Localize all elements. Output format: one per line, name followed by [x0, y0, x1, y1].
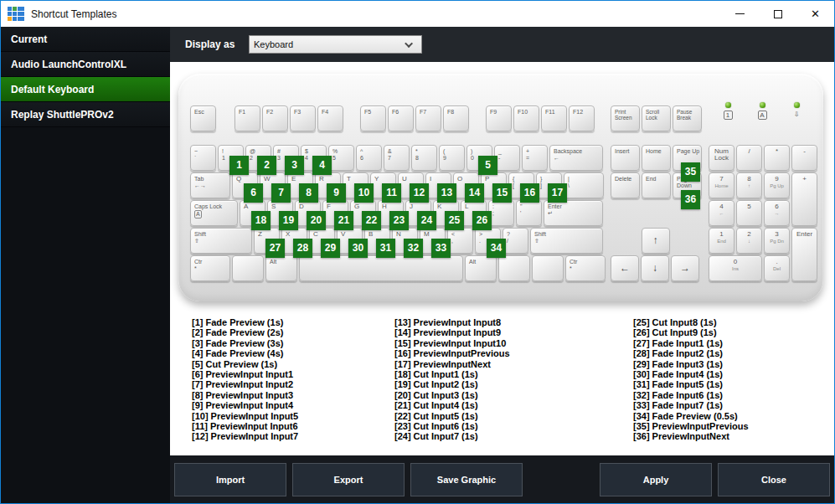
- key-f2[interactable]: F2: [262, 105, 288, 131]
- key-e[interactable]: E8: [287, 172, 313, 198]
- key-7[interactable]: &7: [384, 145, 410, 171]
- key-3[interactable]: #33: [273, 145, 299, 171]
- key-tab[interactable]: Tab←→: [190, 172, 230, 198]
- key-blank[interactable]: -: [791, 145, 817, 171]
- key-0[interactable]: )05: [466, 145, 492, 171]
- key-f9[interactable]: F9: [486, 105, 512, 131]
- key-alt[interactable]: Alt: [465, 255, 497, 281]
- key-8[interactable]: *8: [411, 145, 437, 171]
- key-ctr[interactable]: Ctr*: [190, 255, 230, 281]
- key-f5[interactable]: F5: [360, 105, 386, 131]
- close-button[interactable]: ✕: [796, 1, 834, 27]
- minimize-button[interactable]: [721, 1, 759, 27]
- key-blank[interactable]: [532, 255, 564, 281]
- key-g[interactable]: G22: [350, 200, 376, 226]
- key-ctr[interactable]: Ctr*: [565, 255, 606, 281]
- key-5[interactable]: %5: [328, 145, 354, 171]
- key-h[interactable]: H23: [378, 200, 404, 226]
- key-blank[interactable]: +: [791, 172, 817, 226]
- key-blank[interactable]: :;: [488, 200, 514, 226]
- key-arrow-up[interactable]: ↑: [642, 228, 670, 254]
- export-button[interactable]: Export: [292, 463, 405, 496]
- key-blank[interactable]: >.34: [475, 228, 501, 254]
- key-enter[interactable]: Enter: [791, 228, 817, 281]
- key-f[interactable]: F21: [322, 200, 348, 226]
- key-enter[interactable]: Enter↵: [544, 200, 603, 226]
- key-f3[interactable]: F3: [290, 105, 316, 131]
- key-blank[interactable]: <,: [447, 228, 473, 254]
- key-8[interactable]: 8↑: [736, 172, 762, 198]
- maximize-button[interactable]: [759, 1, 796, 27]
- key-blank[interactable]: _-: [494, 145, 520, 171]
- key-num-lock[interactable]: Num Lock: [709, 145, 734, 171]
- key-shift[interactable]: Shift⇧: [530, 228, 603, 254]
- key-v[interactable]: V30: [337, 228, 363, 254]
- key-2[interactable]: 2↓: [736, 228, 762, 254]
- key-blank[interactable]: /: [736, 145, 762, 171]
- key-blank[interactable]: [498, 255, 530, 281]
- key-f1[interactable]: F1: [235, 105, 260, 131]
- key-9[interactable]: 9Pg Up: [764, 172, 790, 198]
- key-p[interactable]: P15: [481, 172, 507, 198]
- key-7[interactable]: 7Home: [709, 172, 734, 198]
- key-r[interactable]: R9: [315, 172, 341, 198]
- sidebar-item-default-keyboard[interactable]: Default Keyboard: [1, 77, 170, 102]
- key-6[interactable]: 6→: [764, 200, 790, 226]
- key-arrow-down[interactable]: ↓: [641, 255, 669, 281]
- key-o[interactable]: O14: [453, 172, 479, 198]
- key-arrow-left[interactable]: ←: [611, 255, 639, 281]
- key-blank[interactable]: ~`: [190, 145, 216, 171]
- key-b[interactable]: B31: [364, 228, 390, 254]
- sidebar-item-audio-launchcontrolxl[interactable]: Audio LaunchControlXL: [1, 52, 170, 77]
- key-home[interactable]: Home: [642, 145, 671, 171]
- key-blank[interactable]: [299, 255, 463, 281]
- key-4[interactable]: $44: [301, 145, 327, 171]
- key-1[interactable]: 1End: [709, 228, 734, 254]
- key-f6[interactable]: F6: [388, 105, 414, 131]
- key-blank[interactable]: +=: [522, 145, 548, 171]
- key-esc[interactable]: Esc: [190, 105, 216, 131]
- key-y[interactable]: Y11: [370, 172, 396, 198]
- sidebar-item-current[interactable]: Current: [1, 27, 170, 52]
- key-blank[interactable]: "': [516, 200, 542, 226]
- key-backspace[interactable]: Backspace←: [549, 145, 603, 171]
- key-w[interactable]: W7: [260, 172, 286, 198]
- key-n[interactable]: N32: [392, 228, 418, 254]
- key-f12[interactable]: F12: [569, 105, 595, 131]
- key-blank[interactable]: |\: [564, 172, 604, 198]
- key-arrow-right[interactable]: →: [671, 255, 699, 281]
- key-x[interactable]: X28: [281, 228, 307, 254]
- key-0[interactable]: 0Ins: [709, 255, 762, 281]
- key-f4[interactable]: F4: [317, 105, 343, 131]
- key-1[interactable]: !11: [218, 145, 244, 171]
- key-print-screen[interactable]: Print Screen: [611, 105, 640, 131]
- key-q[interactable]: Q6: [232, 172, 258, 198]
- key-s[interactable]: S19: [267, 200, 293, 226]
- key-k[interactable]: K25: [433, 200, 459, 226]
- key-i[interactable]: I13: [425, 172, 451, 198]
- display-as-dropdown[interactable]: Keyboard: [249, 35, 422, 54]
- key-5[interactable]: 5: [736, 200, 762, 226]
- key-z[interactable]: Z27: [254, 228, 280, 254]
- key-9[interactable]: (9: [439, 145, 465, 171]
- key-blank[interactable]: {[16: [508, 172, 534, 198]
- sidebar-item-replay-shuttleprov2[interactable]: Replay ShuttlePROv2: [1, 102, 170, 127]
- key-page-up[interactable]: Page Up35: [673, 145, 702, 171]
- key-f11[interactable]: F11: [541, 105, 567, 131]
- key-blank[interactable]: [232, 255, 264, 281]
- key-f8[interactable]: F8: [443, 105, 469, 131]
- key-t[interactable]: T10: [343, 172, 369, 198]
- key-a[interactable]: A18: [240, 200, 265, 226]
- apply-button[interactable]: Apply: [600, 463, 712, 496]
- key-6[interactable]: ^6: [356, 145, 382, 171]
- key-l[interactable]: L26: [461, 200, 487, 226]
- key-f10[interactable]: F10: [513, 105, 539, 131]
- close-button[interactable]: Close: [718, 463, 830, 496]
- key-scroll-lock[interactable]: Scroll Lock: [642, 105, 671, 131]
- key-d[interactable]: D20: [295, 200, 321, 226]
- key-pause-break[interactable]: Pause Break: [673, 105, 702, 131]
- import-button[interactable]: Import: [174, 463, 286, 496]
- key-f7[interactable]: F7: [415, 105, 441, 131]
- key-insert[interactable]: Insert: [611, 145, 640, 171]
- key-blank[interactable]: }]17: [536, 172, 562, 198]
